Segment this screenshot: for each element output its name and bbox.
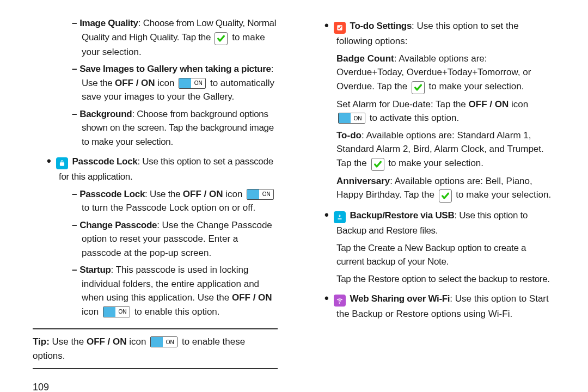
right-column: To-do Settings: Use this option to set t… <box>310 16 555 381</box>
passcode-lock-section: Passcode Lock: Use this option to set a … <box>33 152 278 184</box>
wifi-sharing-section: Web Sharing over Wi-Fi: Use this option … <box>310 289 555 321</box>
lock-icon <box>56 157 68 169</box>
todo-label: To-do <box>336 130 362 140</box>
usb-icon <box>334 211 346 223</box>
anniversary-item: Anniversary: Available options are: Bell… <box>310 174 555 203</box>
toggle-icon: ON <box>150 336 177 347</box>
set-alarm-item: Set Alarm for Due-date: Tap the OFF / ON… <box>310 97 555 125</box>
backup-l2: Tap the Restore option to select the bac… <box>310 272 555 286</box>
backup-restore-section: Backup/Restore via USB: Use this option … <box>310 206 555 238</box>
page-number: 109 <box>33 369 278 392</box>
checkmark-icon <box>215 32 228 45</box>
toggle-icon: ON <box>179 78 206 89</box>
todo-d2: to make your selection. <box>386 158 484 168</box>
change-passcode-item: Change Passcode: Use the Change Passcode… <box>33 218 278 260</box>
todo-alarm-item: To-do: Available options are: Standard A… <box>310 128 555 171</box>
tip-d1: Use the <box>50 336 87 347</box>
checkmark-icon <box>371 158 384 171</box>
anniv-label: Anniversary <box>336 176 390 186</box>
badge-d2: to make your selection. <box>426 81 524 91</box>
todo-icon <box>334 22 346 34</box>
wifi-title: Web Sharing over Wi-Fi <box>350 293 450 304</box>
passcode-title: Passcode Lock <box>72 156 138 167</box>
off-on-text: OFF / ON <box>469 99 509 109</box>
passcode-lock-d1: : Use the <box>145 189 183 199</box>
badge-label: Badge Count <box>336 53 394 64</box>
startup-item: Startup: This passcode is used in lockin… <box>33 263 278 318</box>
startup-d3: to enable this option. <box>132 307 220 317</box>
tip-d2: icon <box>127 336 149 347</box>
manual-page: Image Quality: Choose from Low Quality, … <box>0 0 588 392</box>
image-quality-item: Image Quality: Choose from Low Quality, … <box>33 16 278 59</box>
left-column: Image Quality: Choose from Low Quality, … <box>33 16 278 381</box>
off-on-text: OFF / ON <box>232 292 272 303</box>
toggle-icon: ON <box>247 189 274 200</box>
anniv-d2: to make your selection. <box>454 189 552 200</box>
startup-label: Startup <box>79 265 111 275</box>
change-passcode-label: Change Passcode <box>79 220 157 230</box>
toggle-icon: ON <box>338 113 365 124</box>
checkmark-icon <box>412 81 425 94</box>
todo-title: To-do Settings <box>350 21 412 31</box>
alarm-d3: to activate this option. <box>367 113 459 123</box>
wifi-icon <box>334 295 346 307</box>
passcode-lock-item: Passcode Lock: Use the OFF / ON icon ON … <box>33 187 278 215</box>
alarm-d1: Set Alarm for Due-date: Tap the <box>336 99 469 109</box>
alarm-d2: icon <box>509 99 528 109</box>
background-label: Background <box>79 109 132 119</box>
save-images-label: Save Images to Gallery when taking a pic… <box>79 64 271 74</box>
passcode-lock-label: Passcode Lock <box>79 189 145 199</box>
off-on-text: OFF / ON <box>115 78 155 88</box>
todo-settings-section: To-do Settings: Use this option to set t… <box>310 16 555 48</box>
off-on-text: OFF / ON <box>183 189 223 199</box>
tip-box: Tip: Use the OFF / ON icon ON to enable … <box>33 328 278 369</box>
toggle-icon: ON <box>103 307 130 317</box>
startup-d2: icon <box>82 307 101 317</box>
off-on-text: OFF / ON <box>87 336 127 347</box>
save-images-d2: icon <box>155 78 177 88</box>
passcode-lock-d2: icon <box>223 189 246 199</box>
badge-count-item: Badge Count: Available options are: Over… <box>310 52 555 94</box>
backup-l1: Tap the Create a New Backup option to cr… <box>310 241 555 269</box>
backup-title: Backup/Restore via USB <box>350 210 455 220</box>
passcode-lock-d3: to turn the Passcode Lock option on or o… <box>82 203 255 213</box>
tip-label: Tip: <box>33 336 50 347</box>
background-item: Background: Choose from background optio… <box>33 107 278 149</box>
image-quality-label: Image Quality <box>79 18 138 28</box>
checkmark-icon <box>439 189 452 203</box>
save-images-item: Save Images to Gallery when taking a pic… <box>33 62 278 104</box>
